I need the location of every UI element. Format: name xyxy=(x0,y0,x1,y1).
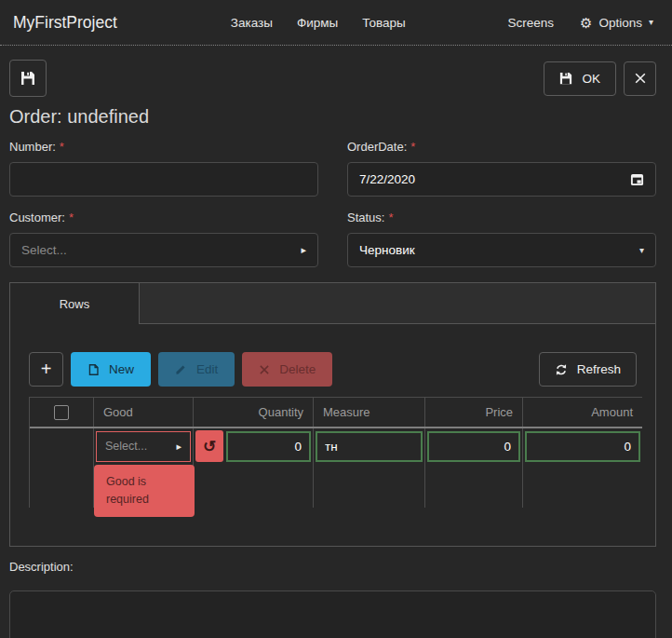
price-input[interactable] xyxy=(427,431,520,462)
refresh-button[interactable]: Refresh xyxy=(539,352,637,387)
number-input[interactable] xyxy=(9,162,318,197)
description-textarea[interactable] xyxy=(9,590,656,638)
orderdate-label: OrderDate:* xyxy=(347,140,656,154)
customer-placeholder: Select... xyxy=(21,243,67,257)
field-customer: Customer:* Select... ▸ xyxy=(9,210,318,267)
options-menu[interactable]: ⚙ Options ▾ xyxy=(580,16,653,30)
ok-button[interactable]: OK xyxy=(544,61,616,96)
close-icon xyxy=(634,72,647,85)
field-number: Number:* xyxy=(9,140,318,197)
number-label: Number:* xyxy=(9,140,318,154)
column-header-measure[interactable]: Measure xyxy=(314,398,425,427)
status-label: Status:* xyxy=(347,210,656,224)
nav-links: Заказы Фирмы Товары xyxy=(231,16,406,30)
pencil-icon xyxy=(175,363,187,375)
column-header-good[interactable]: Good xyxy=(94,398,194,427)
floppy-icon xyxy=(20,71,35,86)
order-form: Number:* OrderDate:* 7/22/2020 xyxy=(9,140,656,267)
good-placeholder: Select... xyxy=(105,440,147,453)
amount-cell xyxy=(523,428,642,464)
required-marker: * xyxy=(60,140,64,154)
customer-select[interactable]: Select... ▸ xyxy=(9,233,318,267)
chevron-right-icon: ▸ xyxy=(301,245,306,255)
ok-label: OK xyxy=(582,72,600,86)
validation-tooltip: Good is required xyxy=(94,465,195,517)
plus-icon: + xyxy=(41,359,52,380)
tab-rows-label: Rows xyxy=(60,297,90,311)
refresh-label: Refresh xyxy=(577,362,621,376)
status-select[interactable]: Черновик ▾ xyxy=(347,233,656,267)
grid-header: Good Quantity Measure Price Amount xyxy=(30,397,642,428)
description-label: Description: xyxy=(9,560,656,574)
action-bar: OK xyxy=(9,60,656,97)
calendar-icon[interactable] xyxy=(630,172,644,186)
floppy-icon xyxy=(559,72,572,85)
dialog-actions: OK xyxy=(544,61,656,96)
quantity-input[interactable] xyxy=(226,431,311,462)
chevron-down-icon: ▾ xyxy=(649,18,653,27)
add-row-button[interactable]: + xyxy=(29,352,63,387)
column-header-price[interactable]: Price xyxy=(425,398,523,427)
chevron-down-icon: ▾ xyxy=(639,246,644,255)
good-cell: Select... ▸ Good is required xyxy=(94,428,194,464)
column-header-quantity[interactable]: Quantity xyxy=(194,398,314,427)
navbar: MyFirstProject Заказы Фирмы Товары Scree… xyxy=(0,0,672,46)
amount-input[interactable] xyxy=(525,431,640,462)
tab-strip: Rows xyxy=(9,282,656,324)
required-marker: * xyxy=(388,210,393,224)
tab-strip-filler xyxy=(140,283,656,324)
tab-rows[interactable]: Rows xyxy=(9,283,140,324)
rows-grid: Good Quantity Measure Price Amount Selec… xyxy=(29,397,642,508)
orderdate-input[interactable]: 7/22/2020 xyxy=(347,162,656,197)
undo-button[interactable]: ↺ xyxy=(195,430,223,462)
grid-toolbar: + New xyxy=(29,352,637,387)
gear-icon: ⚙ xyxy=(580,16,592,30)
measure-input[interactable] xyxy=(316,431,423,462)
new-button[interactable]: New xyxy=(71,352,151,387)
select-all-column xyxy=(30,398,94,427)
rows-tabs: Rows + New xyxy=(9,282,656,547)
new-label: New xyxy=(109,362,134,376)
orderdate-value: 7/22/2020 xyxy=(359,172,415,186)
table-row: Select... ▸ Good is required ↺ xyxy=(30,428,642,464)
customer-label: Customer:* xyxy=(9,210,318,224)
save-button[interactable] xyxy=(9,60,47,97)
required-marker: * xyxy=(410,140,415,154)
x-icon xyxy=(259,364,270,375)
options-label: Options xyxy=(598,16,642,30)
measure-cell xyxy=(314,428,425,464)
chevron-right-icon: ▸ xyxy=(176,441,181,452)
field-description: Description: xyxy=(9,560,656,638)
refresh-icon xyxy=(555,363,568,376)
document-icon xyxy=(87,363,100,376)
brand[interactable]: MyFirstProject xyxy=(13,13,117,33)
select-all-checkbox[interactable] xyxy=(54,405,69,420)
nav-link-goods[interactable]: Товары xyxy=(362,16,405,30)
quantity-cell: ↺ xyxy=(194,428,314,464)
status-value: Черновик xyxy=(359,243,415,257)
nav-link-firms[interactable]: Фирмы xyxy=(297,16,338,30)
row-select-cell xyxy=(30,428,94,464)
nav-right: Screens ⚙ Options ▾ xyxy=(507,16,653,30)
edit-label: Edit xyxy=(196,362,218,376)
page-title: Order: undefined xyxy=(9,106,656,128)
delete-label: Delete xyxy=(279,362,316,376)
delete-button[interactable]: Delete xyxy=(242,352,332,387)
price-cell xyxy=(425,428,523,464)
column-header-amount[interactable]: Amount xyxy=(523,398,642,427)
good-select[interactable]: Select... ▸ xyxy=(96,431,191,462)
nav-link-screens[interactable]: Screens xyxy=(507,16,554,30)
rows-tab-panel: + New xyxy=(9,324,656,547)
field-status: Status:* Черновик ▾ xyxy=(347,210,656,267)
edit-button[interactable]: Edit xyxy=(158,352,235,387)
field-orderdate: OrderDate:* 7/22/2020 xyxy=(347,140,656,197)
required-marker: * xyxy=(69,210,74,224)
undo-icon: ↺ xyxy=(203,438,216,455)
nav-link-orders[interactable]: Заказы xyxy=(231,16,273,30)
close-button[interactable] xyxy=(624,61,656,96)
